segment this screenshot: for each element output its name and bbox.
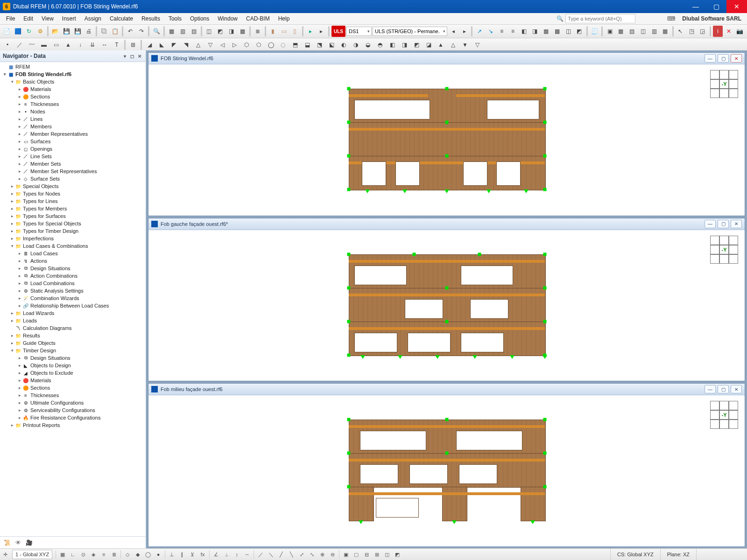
dt20-icon[interactable]: ◓ [374,39,386,50]
redo-icon[interactable]: ↷ [136,26,147,37]
cube-icon[interactable]: ◳ [686,26,697,37]
result1-icon[interactable]: ↗ [474,26,485,37]
maximize-button[interactable]: ▢ [706,0,726,13]
tree-item[interactable]: ▸◻Openings [0,145,146,153]
viewport[interactable]: -Y [148,230,745,381]
menu-results[interactable]: Results [137,13,164,24]
s13-icon[interactable]: ⊻ [188,550,197,559]
refresh-icon[interactable]: ↻ [24,26,34,37]
layers-icon[interactable]: ≣ [253,26,263,37]
tree-item[interactable]: ▸◢Objects to Exclude [0,369,146,377]
s14-icon[interactable]: fx [198,550,207,559]
tree-item[interactable]: ▸🪄Combination Wizards [0,294,146,302]
child-min-button[interactable]: — [705,54,716,63]
dt24-icon[interactable]: ◪ [423,39,434,50]
design-situation-select[interactable]: DS1 [346,27,372,36]
s15-icon[interactable]: ∠ [211,550,221,559]
s3-icon[interactable]: ⊙ [78,550,88,559]
s25-icon[interactable]: ⊕ [317,550,327,559]
viewport[interactable]: -Y [148,64,745,216]
tree-item[interactable]: ▸🟠Sections [0,384,146,392]
viewport[interactable]: -Y [148,395,745,546]
render3-icon[interactable]: ◨ [226,26,237,37]
calc-icon[interactable]: ▸ [305,26,316,37]
info-icon[interactable]: i [713,26,723,37]
dt3-icon[interactable]: ◤ [168,39,179,50]
menu-edit[interactable]: Edit [19,13,37,24]
polyline-icon[interactable]: 〰 [26,39,37,50]
child-close-button[interactable]: ✕ [731,54,742,63]
s11-icon[interactable]: ⊥ [167,550,176,559]
print-icon[interactable]: 🖨 [84,26,94,37]
tree-item[interactable]: ▸📁Types for Special Objects [0,220,146,227]
win5-icon[interactable]: ▥ [649,26,659,37]
video-icon[interactable]: 🎥 [26,539,33,546]
tree-item[interactable]: ▸📁Load Wizards [0,309,146,317]
gear-icon[interactable]: ⚙ [35,26,45,37]
s27-icon[interactable]: ▣ [341,550,351,559]
prev-combo-icon[interactable]: ◂ [448,26,458,37]
win6-icon[interactable]: ▦ [660,26,670,37]
tree-item[interactable]: ▸⚙Static Analysis Settings [0,287,146,294]
tree-item[interactable]: ▸📁Types for Surfaces [0,212,146,220]
s18-icon[interactable]: ↔ [242,550,252,559]
dt11-icon[interactable]: ◯ [265,39,276,50]
report-icon[interactable]: 🧾 [590,26,600,37]
render1-icon[interactable]: ◫ [204,26,214,37]
child-min-button[interactable]: — [705,220,716,228]
paste-icon[interactable]: 📋 [110,26,120,37]
tree-item[interactable]: ▸📁Loads [0,317,146,324]
s8-icon[interactable]: ◆ [133,550,142,559]
undo-icon[interactable]: ↶ [125,26,135,37]
win2-icon[interactable]: ▦ [616,26,626,37]
tree-item[interactable]: ▸•Nodes [0,108,146,115]
line-icon[interactable]: ／ [14,39,25,50]
s24-icon[interactable]: ⤡ [307,550,317,559]
search-input[interactable] [565,14,635,23]
render4-icon[interactable]: ▦ [237,26,247,37]
dt26-icon[interactable]: △ [447,39,458,50]
child-min-button[interactable]: — [705,385,716,393]
node-icon[interactable]: • [2,39,13,50]
s23-icon[interactable]: ⤢ [297,550,306,559]
result10-icon[interactable]: ◩ [574,26,585,37]
s28-icon[interactable]: ▢ [352,550,361,559]
wall2-icon[interactable]: ▭ [279,26,289,37]
dt10-icon[interactable]: ⬠ [253,39,264,50]
menu-help[interactable]: Help [274,13,294,24]
result7-icon[interactable]: ▦ [541,26,551,37]
load-icon[interactable]: ↓ [75,39,86,50]
dt27-icon[interactable]: ▼ [459,39,471,50]
tree-item[interactable]: ▸≡Thicknesses [0,100,146,108]
dt12-icon[interactable]: ◌ [277,39,289,50]
tree-item[interactable]: ▸📁Types for Lines [0,197,146,205]
tree-item[interactable]: ▸📁Types for Nodes [0,190,146,197]
dt18-icon[interactable]: ◑ [350,39,361,50]
tree-item[interactable]: ▸🔗Relationship Between Load Cases [0,302,146,309]
child-max-button[interactable]: ▢ [718,385,729,393]
menu-file[interactable]: File [2,13,19,24]
next-combo-icon[interactable]: ▸ [459,26,470,37]
tree-item[interactable]: ▸📁Imperfections [0,235,146,242]
close-button[interactable]: ✕ [726,0,747,13]
s10-icon[interactable]: ● [154,550,163,559]
s30-icon[interactable]: ⊞ [372,550,381,559]
tree-item[interactable]: ▸↯Actions [0,257,146,265]
camera-icon[interactable]: 📷 [735,26,745,37]
tree-item[interactable]: ▸／Members [0,123,146,130]
pin-icon[interactable]: ▾ [121,53,128,59]
s12-icon[interactable]: ∥ [177,550,187,559]
tree-item[interactable]: ▸🟠Sections [0,93,146,100]
dt19-icon[interactable]: ◒ [362,39,374,50]
tree-item[interactable]: ▸⧉Design Situations [0,354,146,362]
s31-icon[interactable]: ◫ [382,550,392,559]
tree-item[interactable]: ▸≡Thicknesses [0,392,146,399]
s22-icon[interactable]: ╲ [287,550,296,559]
result5-icon[interactable]: ◧ [519,26,529,37]
result6-icon[interactable]: ◨ [530,26,540,37]
tree-item[interactable]: ▸／Lines [0,115,146,123]
delete-icon[interactable]: ✕ [724,26,734,37]
menu-cadbim[interactable]: CAD-BIM [242,13,274,24]
axis-icon[interactable]: ✛ [0,550,10,559]
tree-item[interactable]: ▸≣Load Cases [0,250,146,257]
